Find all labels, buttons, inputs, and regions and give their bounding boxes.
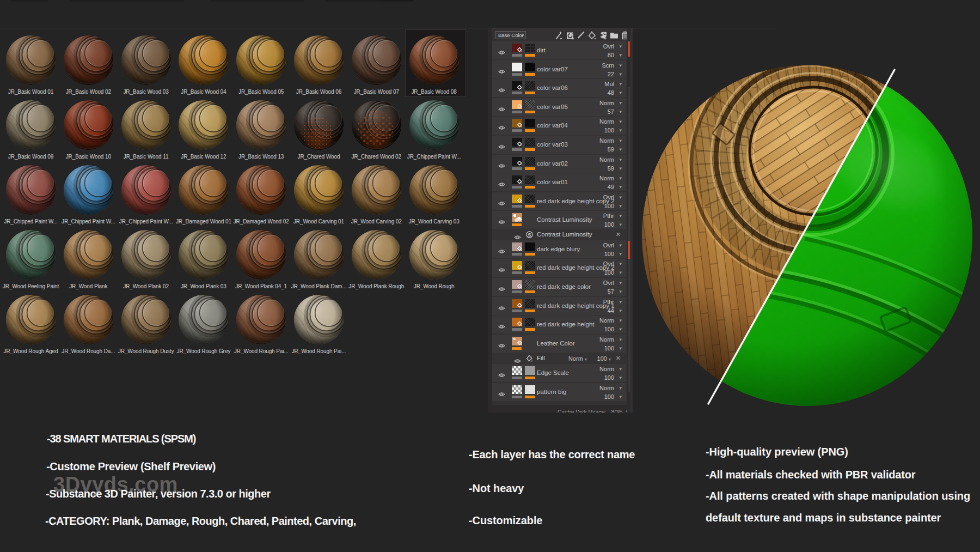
svg-text:S: S xyxy=(528,232,531,238)
